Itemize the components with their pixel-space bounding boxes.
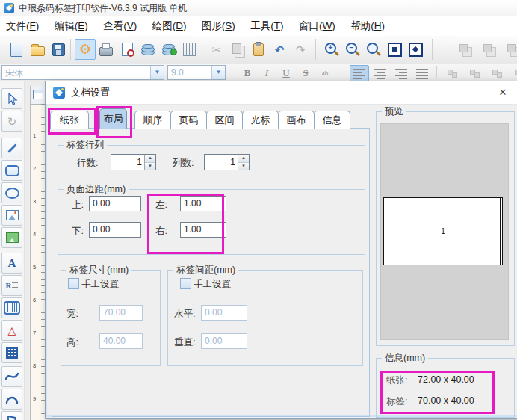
- paste-button[interactable]: [248, 39, 269, 60]
- menu-tools[interactable]: 工具(T): [244, 16, 289, 35]
- margin-top-input[interactable]: 0.00: [89, 196, 141, 211]
- shape-tool-button[interactable]: △: [1, 320, 22, 341]
- print-preview-button[interactable]: [117, 39, 137, 60]
- font-family-select[interactable]: 宋体 ▼: [1, 65, 164, 80]
- ellipse-tool-button[interactable]: [1, 182, 22, 203]
- spinner-buttons[interactable]: ▲ ▼: [144, 155, 155, 170]
- print-button[interactable]: [96, 39, 117, 60]
- italic-button[interactable]: I: [257, 65, 276, 81]
- chevron-down-icon[interactable]: ▼: [211, 66, 225, 79]
- equal-width-button[interactable]: [487, 65, 507, 81]
- bring-forward-button[interactable]: [454, 39, 475, 60]
- close-icon[interactable]: ✕: [497, 87, 509, 99]
- align-right-button[interactable]: [391, 65, 411, 81]
- spinner-buttons[interactable]: ▲ ▼: [238, 155, 249, 170]
- undo-button[interactable]: ↶: [269, 39, 290, 60]
- barcode-tool-button[interactable]: [1, 297, 22, 318]
- rotate-icon: ↻: [7, 116, 17, 127]
- send-backward-button[interactable]: [478, 39, 499, 60]
- cut-button[interactable]: ✂: [206, 39, 227, 60]
- zoom-in-button[interactable]: [321, 39, 342, 60]
- align-justify-icon: [416, 68, 428, 79]
- qrcode-tool-button[interactable]: [1, 342, 22, 363]
- image-tool-button[interactable]: [1, 205, 22, 226]
- align-left-button[interactable]: [350, 65, 369, 81]
- richtext-tool-button[interactable]: R: [1, 275, 22, 296]
- group-info: 信息(mm): [376, 358, 515, 418]
- align-center-button[interactable]: [371, 65, 390, 81]
- save-button[interactable]: [48, 39, 69, 60]
- rotate-tool-button[interactable]: ↻: [1, 111, 22, 132]
- tab-canvas[interactable]: 画布: [278, 111, 315, 129]
- height-label: 高:: [66, 336, 78, 349]
- align-justify-button[interactable]: [412, 65, 432, 81]
- rows-stepper[interactable]: 1 ▲ ▼: [111, 154, 156, 170]
- group-icon: [507, 44, 516, 52]
- spin-up-icon[interactable]: ▲: [238, 155, 249, 163]
- manual-size-checkbox[interactable]: [68, 278, 79, 289]
- qrcode-icon: [6, 347, 18, 359]
- tab-layout[interactable]: 布局: [99, 108, 127, 129]
- menu-draw[interactable]: 绘图(D): [146, 16, 193, 35]
- menu-window[interactable]: 窗口(W): [293, 16, 341, 35]
- equal-height-button[interactable]: [510, 65, 517, 81]
- line-tool-button[interactable]: [1, 138, 22, 158]
- group-objects-button[interactable]: [502, 39, 517, 60]
- picture-tool-button[interactable]: [1, 227, 22, 248]
- dialog-titlebar[interactable]: 文档设置: [46, 81, 517, 105]
- polygon-tool-button[interactable]: [1, 411, 22, 420]
- spin-up-icon[interactable]: ▲: [145, 155, 155, 163]
- fit-window-button[interactable]: [405, 39, 426, 60]
- equal-width-icon: [492, 68, 503, 78]
- zoom-button[interactable]: [363, 39, 384, 60]
- tab-cursor[interactable]: 光标: [242, 111, 279, 129]
- new-document-button[interactable]: [6, 39, 27, 60]
- curve-tool-button[interactable]: [1, 366, 22, 387]
- document-settings-button[interactable]: ⚙: [75, 39, 96, 60]
- menu-view[interactable]: 查看(V): [97, 16, 143, 35]
- cols-stepper[interactable]: 1 ▲ ▼: [204, 154, 250, 170]
- bold-button[interactable]: B: [238, 65, 257, 81]
- tab-order[interactable]: 顺序: [134, 111, 171, 129]
- chevron-down-icon[interactable]: ▼: [150, 66, 164, 79]
- copy-button[interactable]: [227, 39, 248, 60]
- text-tool-button[interactable]: A: [1, 253, 22, 274]
- distribute-vertical-button[interactable]: [465, 65, 484, 81]
- open-button[interactable]: [27, 39, 48, 60]
- margin-bottom-label: 下:: [72, 225, 84, 238]
- window-titlebar: 中琅条码标签打印软件-V6.3.9 试用版 单机: [0, 0, 517, 17]
- distribute-vertical-icon: [469, 68, 480, 78]
- strikethrough-button[interactable]: S: [296, 65, 315, 81]
- undo-icon: ↶: [275, 44, 285, 55]
- manual-gap-label: 手工设置: [194, 278, 231, 291]
- redo-button[interactable]: ↷: [290, 39, 311, 60]
- distribute-horizontal-button[interactable]: [442, 65, 462, 81]
- menu-edit[interactable]: 编辑(E): [49, 16, 94, 35]
- margin-right-input[interactable]: 1.00: [180, 222, 226, 238]
- underline-button[interactable]: U: [276, 65, 296, 81]
- arc-tool-button[interactable]: [1, 389, 22, 410]
- spin-down-icon[interactable]: ▼: [238, 163, 249, 170]
- manual-gap-checkbox[interactable]: [180, 278, 191, 289]
- spin-down-icon[interactable]: ▼: [145, 163, 155, 170]
- select-tool-button[interactable]: [1, 88, 22, 109]
- margin-bottom-input[interactable]: 0.00: [89, 222, 141, 238]
- toolbar-separator: [436, 66, 437, 78]
- tab-range[interactable]: 区间: [206, 111, 243, 129]
- database-button[interactable]: [137, 39, 158, 60]
- tab-paper[interactable]: 纸张: [50, 111, 89, 129]
- menu-shape[interactable]: 图形(S): [196, 16, 241, 35]
- tab-info[interactable]: 信息: [314, 111, 350, 129]
- tab-pagenumber[interactable]: 页码: [170, 111, 207, 129]
- fit-page-button[interactable]: [384, 39, 405, 60]
- database-import-button[interactable]: [158, 39, 179, 60]
- grid-toggle-button[interactable]: [179, 39, 200, 60]
- zoom-out-button[interactable]: [342, 39, 363, 60]
- script-button[interactable]: ab: [315, 65, 335, 81]
- font-size-select[interactable]: 9.0 ▼: [167, 65, 226, 80]
- rounded-rect-tool-button[interactable]: [1, 160, 22, 181]
- group-title: 信息(mm): [382, 352, 428, 365]
- menu-file[interactable]: 文件(F): [0, 16, 45, 35]
- margin-left-input[interactable]: 1.00: [180, 196, 226, 211]
- menu-help[interactable]: 帮助(H): [344, 16, 391, 35]
